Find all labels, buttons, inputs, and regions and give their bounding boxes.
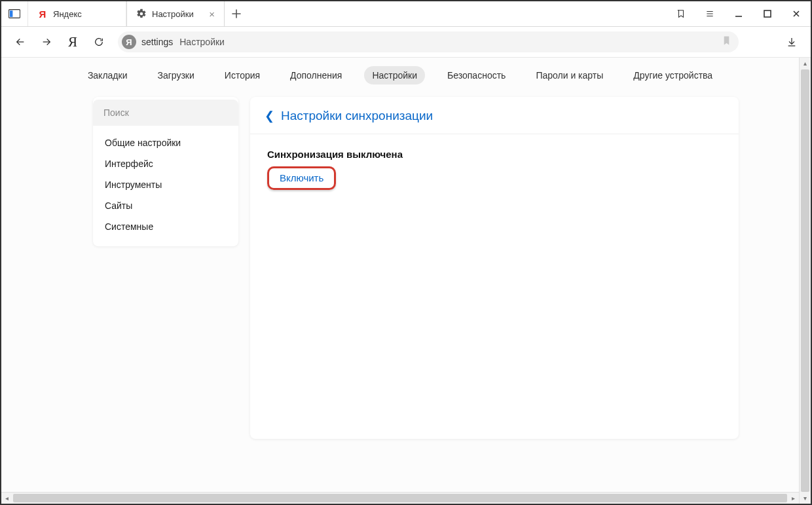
top-nav-passwords[interactable]: Пароли и карты: [528, 66, 611, 84]
enable-sync-link[interactable]: Включить: [280, 172, 323, 183]
yandex-home-icon: Я: [68, 34, 77, 50]
site-info-icon[interactable]: Я: [122, 35, 136, 49]
top-nav-history[interactable]: История: [217, 66, 268, 84]
panel-title: Настройки синхронизации: [281, 109, 433, 123]
h-scroll-thumb[interactable]: [13, 494, 787, 502]
settings-top-nav: Закладки Загрузки История Дополнения Нас…: [1, 58, 799, 93]
forward-button[interactable]: [35, 31, 58, 53]
sidebar-item-tools[interactable]: Инструменты: [93, 174, 238, 195]
sidebar-item-interface[interactable]: Интерфейс: [93, 153, 238, 174]
window-maximize-button[interactable]: [753, 1, 782, 26]
menu-button[interactable]: [695, 1, 724, 26]
top-nav-security[interactable]: Безопасность: [439, 66, 513, 84]
scroll-up-icon[interactable]: ▴: [800, 58, 811, 69]
back-button[interactable]: [9, 31, 31, 53]
sidebar-search-input[interactable]: Поиск: [93, 100, 238, 126]
bookmark-icon[interactable]: [722, 35, 731, 48]
sync-status-label: Синхронизация выключена: [267, 149, 722, 160]
v-scroll-thumb[interactable]: [801, 69, 809, 492]
window-close-button[interactable]: [782, 1, 811, 26]
tab-label: Яндекс: [53, 9, 82, 19]
vertical-scrollbar[interactable]: ▴ ▾: [799, 58, 811, 504]
bookmarks-button[interactable]: [667, 1, 695, 26]
downloads-button[interactable]: [781, 31, 803, 53]
home-button[interactable]: Я: [62, 31, 84, 53]
tab-strip: Я Яндекс Настройки ×: [1, 1, 811, 27]
scroll-down-icon[interactable]: ▾: [800, 493, 811, 504]
scroll-left-icon[interactable]: ◂: [1, 493, 12, 504]
scroll-right-icon[interactable]: ▸: [788, 493, 799, 504]
new-tab-button[interactable]: [225, 1, 248, 26]
enable-sync-highlight: Включить: [267, 166, 336, 190]
tab-settings[interactable]: Настройки ×: [126, 1, 225, 26]
sidebar-item-sites[interactable]: Сайты: [93, 195, 238, 216]
svg-rect-2: [764, 10, 771, 17]
window-minimize-button[interactable]: [724, 1, 753, 26]
panel-toggle-button[interactable]: [1, 1, 28, 26]
settings-panel: ❮ Настройки синхронизации Синхронизация …: [250, 97, 739, 439]
yandex-favicon-icon: Я: [37, 9, 48, 19]
top-nav-settings[interactable]: Настройки: [364, 66, 425, 84]
svg-rect-1: [10, 10, 13, 17]
sync-settings-back-link[interactable]: ❮ Настройки синхронизации: [265, 109, 724, 123]
tab-yandex[interactable]: Я Яндекс: [28, 1, 126, 26]
horizontal-scrollbar[interactable]: ◂ ▸: [1, 492, 799, 504]
top-nav-bookmarks[interactable]: Закладки: [80, 66, 136, 84]
toolbar: Я Я settings Настройки: [1, 27, 811, 58]
chevron-left-icon: ❮: [265, 110, 274, 122]
top-nav-downloads[interactable]: Загрузки: [149, 66, 202, 84]
close-tab-icon[interactable]: ×: [209, 9, 215, 19]
top-nav-devices[interactable]: Другие устройства: [625, 66, 720, 84]
address-text: settings Настройки: [141, 37, 225, 47]
reload-button[interactable]: [88, 31, 110, 53]
address-bar[interactable]: Я settings Настройки: [118, 31, 739, 52]
sidebar-item-system[interactable]: Системные: [93, 216, 238, 237]
gear-icon: [136, 9, 147, 19]
settings-sidebar: Поиск Общие настройки Интерфейс Инструме…: [93, 97, 238, 246]
tab-label: Настройки: [152, 9, 194, 19]
sidebar-item-general[interactable]: Общие настройки: [93, 132, 238, 153]
top-nav-addons[interactable]: Дополнения: [282, 66, 350, 84]
